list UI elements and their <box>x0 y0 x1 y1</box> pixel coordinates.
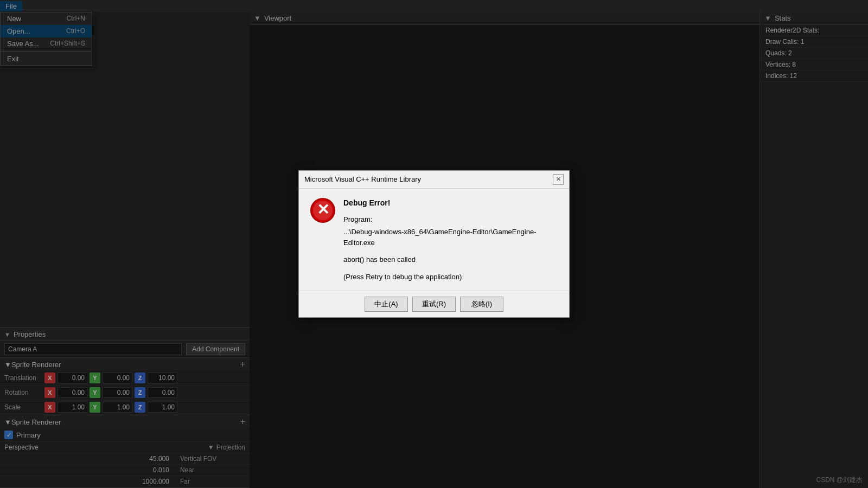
error-icon: ✕ <box>310 197 336 223</box>
error-title: Debug Error! <box>343 197 558 209</box>
modal-overlay: Microsoft Visual C++ Runtime Library ✕ ✕… <box>0 0 868 488</box>
svg-text:✕: ✕ <box>317 201 329 218</box>
program-path: ...\Debug-windows-x86_64\GameEngine-Edit… <box>343 227 558 248</box>
ignore-button[interactable]: 忽略(I) <box>460 297 503 312</box>
abort-text: abort() has been called <box>343 254 558 265</box>
modal-footer: 中止(A) 重试(R) 忽略(I) <box>299 291 569 317</box>
modal-close-button[interactable]: ✕ <box>553 174 564 185</box>
modal-text: Debug Error! Program: ...\Debug-windows-… <box>343 197 558 282</box>
modal-title: Microsoft Visual C++ Runtime Library <box>304 175 553 183</box>
modal-titlebar: Microsoft Visual C++ Runtime Library ✕ <box>299 171 569 189</box>
modal-dialog: Microsoft Visual C++ Runtime Library ✕ ✕… <box>298 170 570 318</box>
program-label: Program: <box>343 214 558 225</box>
modal-body: ✕ Debug Error! Program: ...\Debug-window… <box>299 189 569 291</box>
abort-button[interactable]: 中止(A) <box>365 297 408 312</box>
retry-button[interactable]: 重试(R) <box>412 297 456 312</box>
retry-hint: (Press Retry to debug the application) <box>343 272 558 282</box>
